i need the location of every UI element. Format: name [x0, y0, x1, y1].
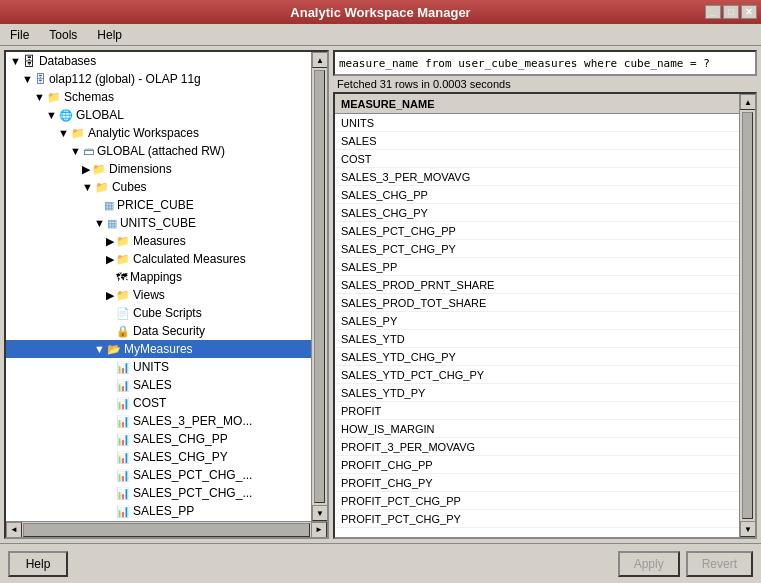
- tree-item-schemas[interactable]: ▼ 📁 Schemas: [6, 88, 311, 106]
- result-row[interactable]: SALES_PROD_PRNT_SHARE: [335, 276, 739, 294]
- tree-vscroll[interactable]: ▲ ▼: [311, 52, 327, 521]
- mymeasures-icon: 📂: [107, 343, 121, 356]
- maximize-button[interactable]: □: [723, 5, 739, 19]
- views-label: Views: [133, 288, 165, 302]
- result-row[interactable]: SALES_PROD_TOT_SHARE: [335, 294, 739, 312]
- measures-folder-icon: 📁: [116, 235, 130, 248]
- result-row[interactable]: HOW_IS_MARGIN: [335, 420, 739, 438]
- result-row[interactable]: SALES: [335, 132, 739, 150]
- help-button[interactable]: Help: [8, 551, 68, 577]
- result-row[interactable]: SALES_YTD_PY: [335, 384, 739, 402]
- m-chg-py-icon: 📊: [116, 451, 130, 464]
- minimize-button[interactable]: _: [705, 5, 721, 19]
- tree-hscroll-thumb[interactable]: [23, 523, 310, 537]
- tree-item-m-chg-pp[interactable]: ▶ 📊 SALES_CHG_PP: [6, 430, 311, 448]
- tree-item-cube-scripts[interactable]: ▶ 📄 Cube Scripts: [6, 304, 311, 322]
- apply-button[interactable]: Apply: [618, 551, 680, 577]
- tree-item-global-rw[interactable]: ▼ 🗃 GLOBAL (attached RW): [6, 142, 311, 160]
- result-row[interactable]: SALES_YTD_PCT_CHG_PY: [335, 366, 739, 384]
- mappings-label: Mappings: [130, 270, 182, 284]
- olap-icon: 🗄: [35, 73, 46, 85]
- result-row[interactable]: SALES_YTD: [335, 330, 739, 348]
- tree-item-databases[interactable]: ▼ 🗄 Databases: [6, 52, 311, 70]
- tree-item-views[interactable]: ▶ 📁 Views: [6, 286, 311, 304]
- result-row[interactable]: PROFIT_3_PER_MOVAVG: [335, 438, 739, 456]
- global-rw-expand: ▼: [70, 145, 81, 157]
- tree-item-m-pct2[interactable]: ▶ 📊 SALES_PCT_CHG_...: [6, 484, 311, 502]
- tree-scroll-down[interactable]: ▼: [312, 505, 327, 521]
- aw-expand: ▼: [58, 127, 69, 139]
- result-row[interactable]: SALES_CHG_PP: [335, 186, 739, 204]
- tree-scroll-thumb[interactable]: [314, 70, 325, 503]
- tree-item-mymeasures[interactable]: ▼ 📂 MyMeasures: [6, 340, 311, 358]
- close-button[interactable]: ✕: [741, 5, 757, 19]
- result-body[interactable]: UNITSSALESCOSTSALES_3_PER_MOVAVGSALES_CH…: [335, 114, 739, 537]
- tree-item-data-security[interactable]: ▶ 🔒 Data Security: [6, 322, 311, 340]
- tree-item-price-cube[interactable]: ▶ ▦ PRICE_CUBE: [6, 196, 311, 214]
- tree-item-olap112[interactable]: ▼ 🗄 olap112 (global) - OLAP 11g: [6, 70, 311, 88]
- result-scroll-up[interactable]: ▲: [740, 94, 755, 110]
- tree-scroll-up[interactable]: ▲: [312, 52, 327, 68]
- tree-hscroll[interactable]: ◄ ►: [6, 521, 327, 537]
- units-cube-expand: ▼: [94, 217, 105, 229]
- result-row[interactable]: SALES_PCT_CHG_PY: [335, 240, 739, 258]
- tree-item-dimensions[interactable]: ▶ 📁 Dimensions: [6, 160, 311, 178]
- tree-item-global[interactable]: ▼ 🌐 GLOBAL: [6, 106, 311, 124]
- result-row[interactable]: SALES_YTD_CHG_PY: [335, 348, 739, 366]
- result-row[interactable]: PROFIT_CHG_PY: [335, 474, 739, 492]
- result-row[interactable]: SALES_PCT_CHG_PP: [335, 222, 739, 240]
- tree-item-mappings[interactable]: ▶ 🗺 Mappings: [6, 268, 311, 286]
- tree-item-units-cube[interactable]: ▼ ▦ UNITS_CUBE: [6, 214, 311, 232]
- menu-help[interactable]: Help: [91, 26, 128, 44]
- m-pp-icon: 📊: [116, 505, 130, 518]
- result-row[interactable]: PROFIT_PCT_CHG_PP: [335, 492, 739, 510]
- global-expand: ▼: [46, 109, 57, 121]
- bottom-bar-left: Help: [8, 551, 612, 577]
- result-row[interactable]: SALES_PP: [335, 258, 739, 276]
- result-vscroll[interactable]: ▲ ▼: [739, 94, 755, 537]
- tree-area[interactable]: ▼ 🗄 Databases ▼ 🗄 olap112 (global) - OLA…: [6, 52, 311, 521]
- title-bar: Analytic Workspace Manager _ □ ✕: [0, 0, 761, 24]
- left-panel: ▼ 🗄 Databases ▼ 🗄 olap112 (global) - OLA…: [4, 50, 329, 539]
- result-row[interactable]: PROFIT: [335, 402, 739, 420]
- tree-item-cubes[interactable]: ▼ 📁 Cubes: [6, 178, 311, 196]
- expand-icon: ▼: [10, 55, 21, 67]
- dimensions-icon: 📁: [92, 163, 106, 176]
- mappings-icon: 🗺: [116, 271, 127, 283]
- m-sales-label: SALES: [133, 378, 172, 392]
- menu-file[interactable]: File: [4, 26, 35, 44]
- m-units-label: UNITS: [133, 360, 169, 374]
- tree-item-aw[interactable]: ▼ 📁 Analytic Workspaces: [6, 124, 311, 142]
- result-row[interactable]: PROFIT_PCT_CHG_PY: [335, 510, 739, 528]
- tree-item-m-units[interactable]: ▶ 📊 UNITS: [6, 358, 311, 376]
- tree-item-m-sales[interactable]: ▶ 📊 SALES: [6, 376, 311, 394]
- bottom-bar: Help Apply Revert: [0, 543, 761, 583]
- expand-icon2: ▼: [22, 73, 33, 85]
- m-units-icon: 📊: [116, 361, 130, 374]
- tree-item-m-pp[interactable]: ▶ 📊 SALES_PP: [6, 502, 311, 520]
- tree-item-m-sales3[interactable]: ▶ 📊 SALES_3_PER_MO...: [6, 412, 311, 430]
- measures-label: Measures: [133, 234, 186, 248]
- views-icon: 📁: [116, 289, 130, 302]
- result-row[interactable]: SALES_CHG_PY: [335, 204, 739, 222]
- m-sales3-icon: 📊: [116, 415, 130, 428]
- m-chg-py-label: SALES_CHG_PY: [133, 450, 228, 464]
- result-row[interactable]: PROFIT_CHG_PP: [335, 456, 739, 474]
- tree-item-m-chg-py[interactable]: ▶ 📊 SALES_CHG_PY: [6, 448, 311, 466]
- tree-item-calc-measures[interactable]: ▶ 📁 Calculated Measures: [6, 250, 311, 268]
- tree-scroll-right[interactable]: ►: [311, 522, 327, 538]
- menu-bar: File Tools Help: [0, 24, 761, 46]
- result-scroll-thumb[interactable]: [742, 112, 753, 519]
- cube-scripts-label: Cube Scripts: [133, 306, 202, 320]
- menu-tools[interactable]: Tools: [43, 26, 83, 44]
- result-row[interactable]: COST: [335, 150, 739, 168]
- result-row[interactable]: SALES_3_PER_MOVAVG: [335, 168, 739, 186]
- tree-item-measures[interactable]: ▶ 📁 Measures: [6, 232, 311, 250]
- tree-item-m-pct1[interactable]: ▶ 📊 SALES_PCT_CHG_...: [6, 466, 311, 484]
- result-row[interactable]: UNITS: [335, 114, 739, 132]
- result-scroll-down[interactable]: ▼: [740, 521, 755, 537]
- tree-scroll-left[interactable]: ◄: [6, 522, 22, 538]
- revert-button[interactable]: Revert: [686, 551, 753, 577]
- tree-item-m-cost[interactable]: ▶ 📊 COST: [6, 394, 311, 412]
- result-row[interactable]: SALES_PY: [335, 312, 739, 330]
